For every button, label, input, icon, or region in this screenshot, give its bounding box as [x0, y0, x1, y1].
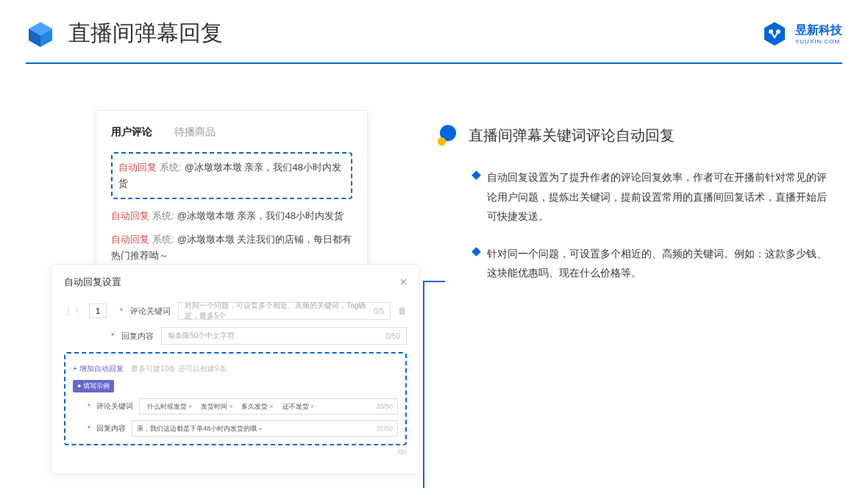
tab-pending-products[interactable]: 待播商品	[174, 126, 216, 139]
diamond-icon	[472, 247, 481, 256]
brand-logo-icon	[761, 21, 788, 47]
bullet-item: 针对同一个问题，可设置多个相近的、高频的关键词。例如：这款多少钱、这块能优惠吗、…	[438, 244, 835, 283]
delete-icon[interactable]: 🗑	[398, 306, 407, 316]
example-section: + 增加自动回复 最多可建10条 还可以创建9条 ● 填写示例 *评论关键词 什…	[64, 352, 407, 445]
close-icon[interactable]: ×	[400, 276, 407, 289]
keyword-input[interactable]: 对同一个问题，可设置多个相近、高频的关键词，Tag确定，最多5个0/5	[178, 302, 391, 320]
message-row: 自动回复系统:@冰墩墩本墩 关注我们的店铺，每日都有热门推荐呦～	[111, 232, 352, 264]
cube-logo-icon	[26, 19, 55, 49]
rule-number: 1	[89, 304, 107, 318]
section-bullet-icon	[438, 125, 458, 146]
keyword-label: 评论关键词	[130, 306, 171, 317]
add-auto-reply-link[interactable]: + 增加自动回复	[73, 365, 124, 373]
reply-input[interactable]: 每条限50个中文字符0/50	[161, 327, 407, 345]
brand: 昱新科技 YUUXIN.COM	[761, 21, 842, 47]
page-title: 直播间弹幕回复	[68, 18, 223, 49]
drag-handle-icon[interactable]: ⋮⋮	[64, 306, 82, 316]
tab-user-comments[interactable]: 用户评论	[111, 126, 152, 139]
bullet-item: 自动回复设置为了提升作者的评论回复效率，作者可在开播前针对常见的评论用户问题，提…	[438, 168, 835, 226]
dialog-title: 自动回复设置	[64, 276, 121, 289]
auto-reply-settings-dialog: 自动回复设置 × ⋮⋮ 1 * 评论关键词 对同一个问题，可设置多个相近、高频的…	[51, 265, 419, 474]
brand-sub: YUUXIN.COM	[795, 38, 842, 45]
example-keyword-input[interactable]: 什么时候发货发货时间多久发货还不发货 20/50	[139, 398, 398, 415]
highlighted-message: 自动回复系统:@冰墩墩本墩 亲亲，我们48小时内发货	[111, 152, 352, 199]
brand-name: 昱新科技	[795, 23, 842, 38]
example-badge: ● 填写示例	[73, 380, 114, 392]
comments-panel: 用户评论 待播商品 自动回复系统:@冰墩墩本墩 亲亲，我们48小时内发货 自动回…	[96, 110, 368, 287]
diamond-icon	[472, 171, 481, 180]
reply-label: 回复内容	[121, 331, 154, 342]
section-title: 直播间弹幕关键词评论自动回复	[469, 126, 675, 146]
divider	[26, 62, 842, 64]
message-row: 自动回复系统:@冰墩墩本墩 亲亲，我们48小时内发货	[111, 208, 352, 224]
example-reply-input[interactable]: 亲，我们这边都是下单48小时内发货的哦～37/50	[132, 420, 398, 437]
